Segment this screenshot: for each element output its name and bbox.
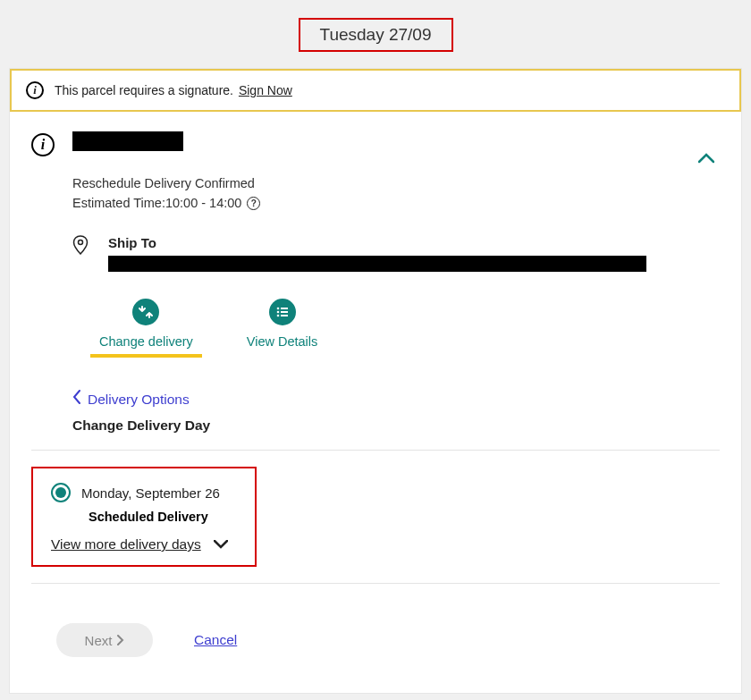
svg-rect-4 <box>281 308 288 309</box>
radio-selected-icon <box>51 483 71 502</box>
cancel-link[interactable]: Cancel <box>194 632 237 648</box>
status-line-2: Estimated Time: 10:00 - 14:00 ? <box>72 196 720 210</box>
delivery-options-back[interactable]: Delivery Options <box>72 390 190 409</box>
redacted-address <box>108 256 646 272</box>
banner-text: This parcel requires a signature. <box>55 83 233 97</box>
page-date: Tuesday 27/09 <box>299 18 453 52</box>
next-button: Next <box>56 623 153 657</box>
chevron-left-icon <box>72 390 80 409</box>
shipto-label: Ship To <box>108 235 720 250</box>
svg-point-1 <box>276 308 279 310</box>
info-icon: i <box>31 133 55 156</box>
delivery-day-option[interactable]: Monday, September 26 <box>51 483 237 502</box>
divider <box>31 450 720 451</box>
change-delivery-day-title: Change Delivery Day <box>72 417 720 434</box>
svg-rect-5 <box>281 311 288 313</box>
redacted-name <box>72 131 183 151</box>
change-delivery-icon <box>132 299 159 325</box>
view-more-delivery-days[interactable]: View more delivery days <box>51 536 228 552</box>
svg-rect-6 <box>281 315 288 316</box>
change-delivery-action[interactable]: Change delivery <box>99 299 193 349</box>
svg-point-3 <box>276 315 279 317</box>
svg-point-2 <box>276 311 279 314</box>
signature-banner: i This parcel requires a signature. Sign… <box>10 69 741 112</box>
location-pin-icon <box>72 235 89 258</box>
collapse-icon[interactable] <box>698 146 714 169</box>
status-line-1: Reschedule Delivery Confirmed <box>72 176 720 190</box>
view-details-action[interactable]: View Details <box>247 299 318 349</box>
chevron-right-icon <box>117 633 124 648</box>
divider <box>31 583 720 584</box>
scheduled-delivery-label: Scheduled Delivery <box>89 510 237 524</box>
delivery-day-label: Monday, September 26 <box>81 485 220 501</box>
svg-point-0 <box>79 240 83 245</box>
info-icon: i <box>26 81 44 99</box>
chevron-down-icon <box>214 536 228 552</box>
delivery-day-selection: Monday, September 26 Scheduled Delivery … <box>31 467 257 567</box>
view-details-icon <box>269 299 296 325</box>
sign-now-link[interactable]: Sign Now <box>239 83 292 97</box>
help-icon[interactable]: ? <box>247 197 260 210</box>
